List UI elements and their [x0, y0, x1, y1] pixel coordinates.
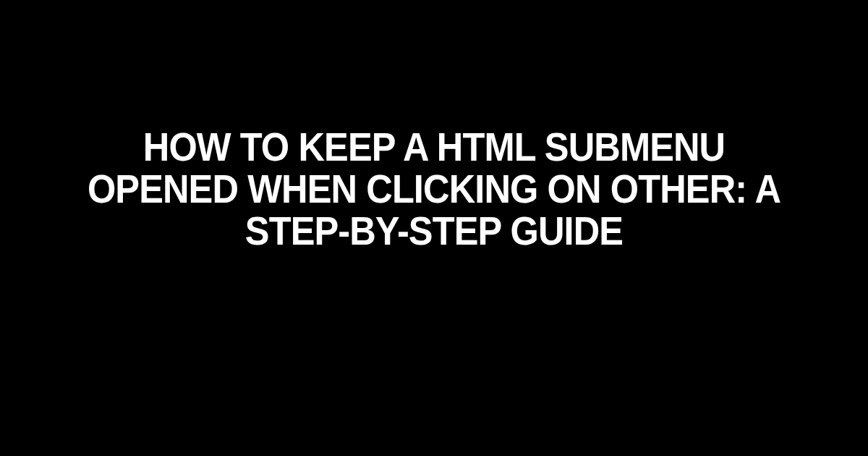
page-title: How to Keep a HTML Submenu Opened When C… [68, 127, 800, 252]
